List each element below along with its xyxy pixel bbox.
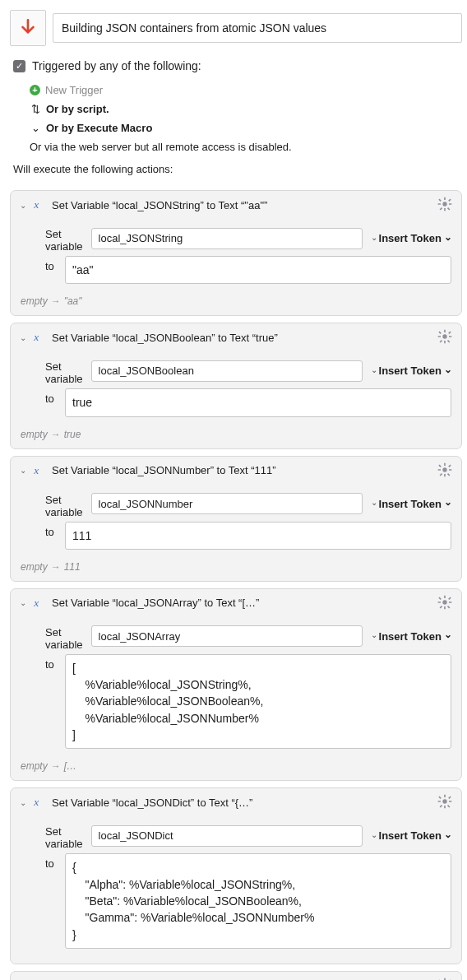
action-title: Set Variable “local_JSONString” to Text … bbox=[52, 199, 267, 211]
set-variable-label: Set variable bbox=[45, 356, 83, 385]
macro-icon[interactable] bbox=[10, 10, 46, 46]
variable-name-select[interactable]: local_JSONArray bbox=[91, 625, 363, 647]
gear-icon[interactable] bbox=[437, 594, 453, 611]
chevron-down-icon: ⌄ bbox=[371, 498, 377, 507]
trigger-by-script[interactable]: ⇅ Or by script. bbox=[30, 100, 462, 118]
to-label: to bbox=[45, 256, 58, 272]
gear-icon[interactable] bbox=[437, 793, 453, 810]
variable-name-select[interactable]: local_JSONString bbox=[91, 228, 363, 249]
to-label: to bbox=[45, 853, 58, 870]
svg-text:x: x bbox=[33, 796, 39, 808]
svg-point-9 bbox=[442, 800, 446, 804]
insert-token-button[interactable]: Insert Token bbox=[379, 829, 452, 842]
svg-text:x: x bbox=[33, 331, 39, 343]
svg-text:x: x bbox=[33, 464, 39, 476]
trigger-script-label: Or by script. bbox=[46, 103, 109, 115]
disclosure-toggle[interactable]: ⌄ bbox=[19, 333, 27, 342]
variable-icon: x bbox=[32, 795, 47, 810]
svg-point-3 bbox=[442, 335, 446, 339]
set-variable-label: Set variable bbox=[45, 490, 83, 518]
trigger-by-execute-macro[interactable]: ⌄ Or by Execute Macro bbox=[30, 118, 462, 137]
set-variable-label: Set variable bbox=[45, 224, 83, 253]
to-label: to bbox=[45, 388, 58, 405]
value-preview: empty → 111 bbox=[11, 556, 461, 573]
action-title: Set Variable “local_JSONDict” to Text “{… bbox=[52, 797, 252, 809]
variable-name-select[interactable]: local_JSONNumber bbox=[91, 493, 363, 514]
chevron-down-icon: ⌄ bbox=[371, 365, 377, 374]
variable-value-input[interactable]: 111 bbox=[65, 522, 451, 550]
action-set-variable[interactable]: ⌄ x Set Variable “local_JSONArray” to Te… bbox=[10, 588, 462, 781]
variable-name-select[interactable]: local_JSONBoolean bbox=[91, 360, 363, 382]
chevron-down-icon: ⌄ bbox=[371, 233, 377, 242]
set-variable-label: Set variable bbox=[45, 622, 83, 651]
gear-icon[interactable] bbox=[437, 977, 453, 980]
trigger-webserver-note: Or via the web server but all remote acc… bbox=[30, 137, 462, 156]
actions-lead: Will execute the following actions: bbox=[10, 156, 462, 183]
insert-token-button[interactable]: Insert Token bbox=[379, 498, 452, 510]
enabled-checkbox[interactable]: ✓ bbox=[13, 60, 25, 72]
value-preview: empty → true bbox=[11, 424, 461, 440]
gear-icon[interactable] bbox=[437, 462, 453, 478]
action-set-variable[interactable]: ⌄ x Set Variable “local_JSONBoolean” to … bbox=[10, 323, 462, 448]
svg-point-1 bbox=[442, 202, 446, 206]
new-trigger-label: New Trigger bbox=[45, 84, 103, 96]
variable-value-input[interactable]: [ %Variable%local_JSONString%, %Variable… bbox=[65, 654, 451, 749]
chevron-down-icon: ⌄ bbox=[371, 630, 377, 639]
variable-value-input[interactable]: "aa" bbox=[65, 256, 451, 284]
chevron-down-icon: ⌄ bbox=[30, 122, 41, 134]
value-preview: empty → [… bbox=[11, 755, 461, 772]
action-title: Set Variable “local_JSONBoolean” to Text… bbox=[52, 332, 278, 344]
updown-icon: ⇅ bbox=[30, 103, 41, 115]
to-label: to bbox=[45, 522, 58, 538]
variable-icon: x bbox=[32, 463, 47, 478]
variable-icon: x bbox=[32, 596, 47, 611]
value-preview: empty → "aa" bbox=[11, 290, 461, 307]
action-display-text[interactable]: ⌄ Display Text “%JSONValue%local_JSONArr… bbox=[10, 971, 462, 980]
action-set-variable[interactable]: ⌄ x Set Variable “local_JSONNumber” to T… bbox=[10, 456, 462, 582]
svg-text:x: x bbox=[33, 597, 39, 609]
macro-title-input[interactable]: Building JSON containers from atomic JSO… bbox=[53, 13, 462, 43]
variable-icon: x bbox=[32, 197, 47, 212]
insert-token-button[interactable]: Insert Token bbox=[379, 365, 452, 377]
chevron-down-icon: ⌄ bbox=[371, 830, 377, 839]
disclosure-toggle[interactable]: ⌄ bbox=[19, 466, 27, 475]
disclosure-toggle[interactable]: ⌄ bbox=[19, 598, 27, 607]
svg-point-7 bbox=[442, 600, 446, 604]
disclosure-toggle[interactable]: ⌄ bbox=[19, 798, 27, 807]
svg-text:x: x bbox=[33, 198, 39, 211]
plus-icon: + bbox=[30, 85, 40, 95]
gear-icon[interactable] bbox=[437, 328, 453, 345]
action-title: Set Variable “local_JSONArray” to Text “… bbox=[52, 597, 259, 609]
down-arrow-icon bbox=[17, 17, 39, 39]
gear-icon[interactable] bbox=[437, 196, 453, 212]
variable-name-select[interactable]: local_JSONDict bbox=[91, 825, 363, 847]
variable-value-input[interactable]: true bbox=[65, 388, 451, 416]
new-trigger-button[interactable]: + New Trigger bbox=[30, 81, 462, 100]
action-title: Set Variable “local_JSONNumber” to Text … bbox=[52, 464, 276, 476]
insert-token-button[interactable]: Insert Token bbox=[379, 630, 452, 643]
trigger-exec-label: Or by Execute Macro bbox=[46, 122, 152, 134]
insert-token-button[interactable]: Insert Token bbox=[379, 232, 452, 244]
disclosure-toggle[interactable]: ⌄ bbox=[19, 201, 27, 210]
action-set-variable[interactable]: ⌄ x Set Variable “local_JSONDict” to Tex… bbox=[10, 787, 462, 964]
trigger-heading: Triggered by any of the following: bbox=[32, 59, 201, 72]
set-variable-label: Set variable bbox=[45, 821, 83, 850]
to-label: to bbox=[45, 654, 58, 671]
variable-icon: x bbox=[32, 330, 47, 345]
variable-value-input[interactable]: { "Alpha": %Variable%local_JSONString%, … bbox=[65, 853, 451, 948]
action-set-variable[interactable]: ⌄ x Set Variable “local_JSONString” to T… bbox=[10, 190, 462, 316]
svg-point-5 bbox=[442, 467, 446, 471]
